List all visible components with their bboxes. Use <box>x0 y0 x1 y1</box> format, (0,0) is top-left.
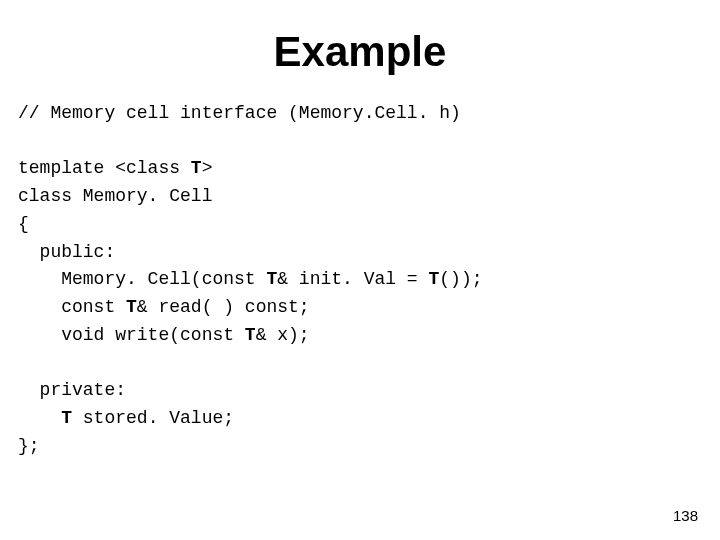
code-line: }; <box>18 433 720 461</box>
page-number: 138 <box>673 507 698 524</box>
code-line: void write(const T& x); <box>18 322 720 350</box>
code-text: > <box>202 158 213 178</box>
code-text: T <box>245 325 256 345</box>
code-text: & x); <box>256 325 310 345</box>
code-line: { <box>18 211 720 239</box>
code-text: & read( ) const; <box>137 297 310 317</box>
code-text: stored. Value; <box>72 408 234 428</box>
code-text: Memory. Cell(const <box>61 269 266 289</box>
code-text: T <box>191 158 202 178</box>
code-text: ()); <box>439 269 482 289</box>
code-text: T <box>61 408 72 428</box>
slide-title: Example <box>0 0 720 100</box>
code-block: // Memory cell interface (Memory.Cell. h… <box>0 100 720 461</box>
code-text: void write(const <box>61 325 245 345</box>
code-line: private: <box>18 377 720 405</box>
code-line: class Memory. Cell <box>18 183 720 211</box>
code-text: template <class <box>18 158 191 178</box>
code-text: T <box>266 269 277 289</box>
code-line: T stored. Value; <box>18 405 720 433</box>
code-line: Memory. Cell(const T& init. Val = T()); <box>18 266 720 294</box>
code-text: & init. Val = <box>277 269 428 289</box>
code-text: T <box>428 269 439 289</box>
code-line: // Memory cell interface (Memory.Cell. h… <box>18 100 720 128</box>
code-text: T <box>126 297 137 317</box>
code-line: public: <box>18 239 720 267</box>
code-line: const T& read( ) const; <box>18 294 720 322</box>
code-line: template <class T> <box>18 155 720 183</box>
code-text: const <box>61 297 126 317</box>
